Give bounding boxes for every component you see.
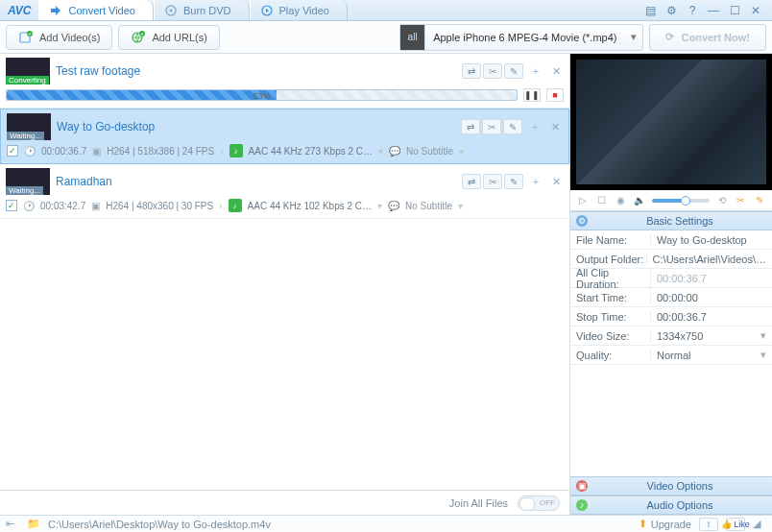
edit-icon[interactable]: ✎ — [503, 119, 522, 134]
stop-time-field[interactable]: 00:00:36.7 — [651, 311, 772, 323]
options-icon[interactable]: ▤ — [643, 4, 657, 17]
prop-key: Quality: — [570, 350, 651, 361]
resize-grip-icon[interactable]: ◢ — [753, 518, 766, 530]
start-time-field[interactable]: 00:00:00 — [651, 292, 772, 303]
remove-icon[interactable]: ✕ — [547, 121, 563, 133]
edit-icon[interactable]: ✎ — [504, 63, 523, 79]
quality-dropdown[interactable]: Normal▾ — [651, 349, 772, 361]
join-toggle[interactable] — [518, 496, 560, 511]
upgrade-button[interactable]: ⬆Upgrade — [639, 518, 691, 530]
video-info: H264 | 480x360 | 30 FPS — [106, 201, 213, 211]
volume-slider[interactable] — [652, 199, 710, 203]
chevron-down-icon[interactable]: ▾ — [377, 201, 382, 211]
volume-icon[interactable]: 🔈 — [633, 194, 646, 207]
file-panel: Converting Test raw footage ⇄ ✂ ✎ + ✕ 53… — [0, 54, 570, 515]
close-icon[interactable]: ✕ — [749, 4, 762, 17]
convert-now-button[interactable]: ⟳ Convert Now! — [649, 24, 767, 51]
stop-icon[interactable]: ☐ — [595, 194, 609, 207]
main-tabs: Convert Video Burn DVD Play Video — [38, 0, 643, 20]
globe-add-icon: + — [131, 30, 146, 45]
audio-icon: ♪ — [229, 144, 243, 157]
video-options-header[interactable]: ▣ Video Options — [570, 476, 772, 496]
settings-grid: File Name:Way to Go-desktop Output Folde… — [570, 230, 772, 365]
clip-duration-value: 00:00:36.7 — [651, 273, 772, 284]
thumbnail: Converting — [6, 58, 50, 85]
maximize-icon[interactable]: ☐ — [728, 4, 741, 17]
preview-pane[interactable] — [570, 54, 772, 190]
tab-play-video[interactable]: Play Video — [250, 0, 348, 20]
tab-convert-video[interactable]: Convert Video — [38, 0, 154, 20]
file-name: Test raw footage — [56, 64, 456, 78]
chevron-down-icon[interactable]: ▾ — [458, 201, 463, 211]
file-item[interactable]: Converting Test raw footage ⇄ ✂ ✎ + ✕ 53… — [0, 54, 569, 109]
status-badge: Waiting... — [7, 132, 44, 140]
remove-icon[interactable]: ✕ — [548, 65, 564, 78]
chevron-down-icon: ▾ — [760, 329, 766, 342]
scissors-icon[interactable]: ✂ — [735, 194, 748, 207]
cut-icon[interactable]: ✂ — [482, 119, 501, 134]
facebook-like-button[interactable]: 👍Like — [726, 518, 745, 531]
swap-icon[interactable]: ⇄ — [462, 63, 481, 79]
profile-text: Apple iPhone 6 MPEG-4 Movie (*.mp4) — [425, 32, 624, 43]
add-icon[interactable]: + — [529, 65, 543, 77]
audio-icon: ♪ — [229, 199, 242, 212]
audio-icon: ♪ — [576, 499, 588, 511]
refresh-icon: ⟳ — [665, 31, 674, 43]
output-profile-dropdown[interactable]: all Apple iPhone 6 MPEG-4 Movie (*.mp4) … — [399, 24, 642, 51]
status-bar: ⇤ 📁 C:\Users\Ariel\Desktop\Way to Go-des… — [0, 515, 772, 532]
add-videos-button[interactable]: + Add Video(s) — [6, 25, 112, 50]
add-icon[interactable]: + — [529, 176, 543, 187]
file-name: Ramadhan — [56, 175, 456, 188]
audio-options-header[interactable]: ♪ Audio Options — [570, 496, 772, 515]
chevron-right-icon[interactable]: › — [219, 201, 222, 211]
twitter-button[interactable]: t — [699, 518, 718, 531]
swap-icon[interactable]: ⇄ — [462, 174, 481, 189]
item-tools: ⇄ ✂ ✎ — [461, 119, 522, 134]
help-icon[interactable]: ? — [686, 4, 699, 17]
play-icon[interactable]: ▷ — [576, 194, 590, 207]
app-logo: AVC — [0, 4, 38, 17]
stop-button[interactable]: ■ — [546, 88, 564, 102]
progress-percent: 53% — [253, 90, 270, 102]
tab-label: Burn DVD — [183, 5, 231, 16]
checkbox[interactable]: ✓ — [6, 200, 17, 211]
tab-label: Convert Video — [68, 5, 135, 16]
item-tools: ⇄ ✂ ✎ — [462, 63, 523, 79]
minimize-icon[interactable]: — — [707, 4, 720, 17]
snapshot-icon[interactable]: ◉ — [614, 194, 627, 207]
film-add-icon: + — [18, 30, 34, 45]
chevron-down-icon: ▾ — [625, 31, 642, 43]
gear-icon[interactable]: ⚙ — [664, 4, 678, 17]
chevron-down-icon: ▾ — [760, 349, 766, 361]
prev-icon[interactable]: ⇤ — [6, 518, 19, 530]
file-name-field[interactable]: Way to Go-desktop — [651, 234, 772, 246]
tab-burn-dvd[interactable]: Burn DVD — [154, 0, 250, 20]
progress-bar: 53% — [6, 89, 518, 101]
chevron-right-icon[interactable]: › — [220, 146, 223, 157]
wand-icon[interactable]: ✎ — [753, 194, 766, 207]
chevron-down-icon[interactable]: ▾ — [378, 146, 383, 157]
video-size-dropdown[interactable]: 1334x750▾ — [651, 329, 772, 342]
pause-button[interactable]: ❚❚ — [523, 88, 541, 102]
folder-icon[interactable]: 📁 — [27, 518, 40, 530]
file-item[interactable]: Waiting... Way to Go-desktop ⇄ ✂ ✎ + ✕ ✓… — [0, 109, 569, 164]
prop-key: Stop Time: — [570, 311, 651, 323]
output-folder-field[interactable]: C:\Users\Ariel\Videos\… — [647, 254, 772, 265]
add-urls-button[interactable]: + Add URL(s) — [118, 25, 219, 50]
file-list: Converting Test raw footage ⇄ ✂ ✎ + ✕ 53… — [0, 54, 569, 490]
audio-info: AAC 44 KHz 273 Kbps 2 C… — [249, 146, 374, 157]
chevron-down-icon[interactable]: ▾ — [459, 146, 464, 157]
add-icon[interactable]: + — [528, 121, 542, 133]
edit-icon[interactable]: ✎ — [504, 174, 523, 189]
button-label: Add URL(s) — [152, 32, 206, 43]
toolbar: + Add Video(s) + Add URL(s) all Apple iP… — [0, 21, 772, 54]
swap-icon[interactable]: ⇄ — [461, 119, 480, 134]
remove-icon[interactable]: ✕ — [548, 176, 564, 188]
file-item[interactable]: Waiting... Ramadhan ⇄ ✂ ✎ + ✕ ✓ 🕑 00:03:… — [0, 164, 569, 219]
cut-icon[interactable]: ✂ — [483, 63, 502, 79]
rotate-icon[interactable]: ⟲ — [715, 194, 729, 207]
prop-key: Start Time: — [570, 292, 651, 303]
cut-icon[interactable]: ✂ — [483, 174, 502, 189]
basic-settings-header[interactable]: ⚙ Basic Settings — [570, 211, 772, 230]
checkbox[interactable]: ✓ — [7, 145, 18, 157]
